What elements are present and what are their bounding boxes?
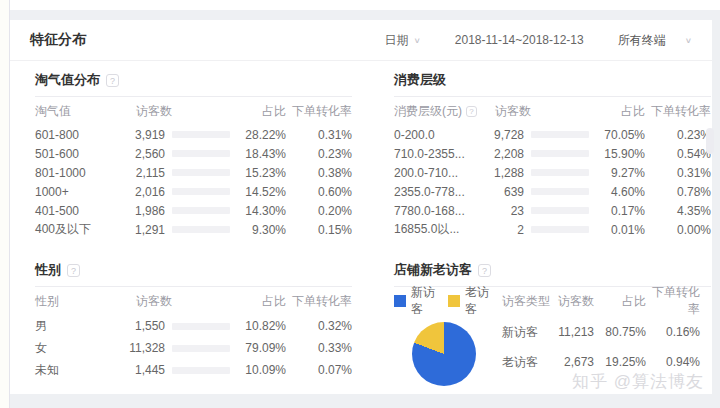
row-visitors: 639 bbox=[482, 185, 524, 199]
row-label: 200.0-710... bbox=[394, 166, 482, 180]
row-share: 0.01% bbox=[589, 223, 645, 237]
row-label: 2355.0-778... bbox=[394, 185, 482, 199]
table-row: 16855.0以... 2 0.01% 0.00% bbox=[394, 220, 711, 239]
help-icon[interactable]: ? bbox=[106, 74, 119, 87]
table-row: 女 11,328 79.09% 0.33% bbox=[35, 337, 352, 359]
pie-legend: 新访客 老访客 bbox=[394, 284, 502, 318]
table-row: 新访客 11,213 80.75% 0.16% bbox=[502, 317, 711, 347]
visitors-cell: 2,016 bbox=[123, 185, 230, 199]
row-visitors: 2,673 bbox=[550, 355, 594, 369]
left-rail-divider bbox=[0, 0, 10, 408]
row-visitors: 2,016 bbox=[123, 185, 165, 199]
visitors-cell: 3,919 bbox=[123, 128, 230, 142]
visitors-cell: 2,115 bbox=[123, 166, 230, 180]
row-visitors: 9,728 bbox=[482, 128, 524, 142]
table-row: 200.0-710... 1,288 9.27% 0.31% bbox=[394, 163, 711, 182]
visitors-cell: 23 bbox=[482, 204, 589, 218]
row-share: 4.60% bbox=[589, 185, 645, 199]
column-header: 下单转化率 bbox=[286, 293, 352, 310]
gender-table: 男 1,550 10.82% 0.32% 女 11,328 79.09% 0.3… bbox=[35, 315, 352, 381]
row-label: 未知 bbox=[35, 362, 123, 379]
bar-track bbox=[531, 131, 589, 138]
panel-title-row: 消费层级 bbox=[394, 73, 711, 87]
table-row: 未知 1,445 10.09% 0.07% bbox=[35, 359, 352, 381]
row-conversion: 0.23% bbox=[286, 147, 352, 161]
row-share: 28.22% bbox=[230, 128, 286, 142]
bar-track bbox=[172, 367, 230, 374]
legend-item-new[interactable]: 新访客 bbox=[394, 284, 436, 318]
row-conversion: 0.31% bbox=[645, 166, 711, 180]
visitors-cell: 639 bbox=[482, 185, 589, 199]
row-conversion: 0.00% bbox=[645, 223, 711, 237]
terminal-dropdown[interactable]: 所有终端 ∨ bbox=[618, 32, 692, 49]
top-card-edge bbox=[10, 0, 720, 10]
row-conversion: 0.15% bbox=[286, 223, 352, 237]
row-share: 80.75% bbox=[594, 325, 646, 339]
row-label: 401-500 bbox=[35, 204, 123, 218]
bar-track bbox=[531, 150, 589, 157]
row-label: 601-800 bbox=[35, 128, 123, 142]
table-row: 7780.0-168... 23 0.17% 4.35% bbox=[394, 201, 711, 220]
legend-item-old[interactable]: 老访客 bbox=[448, 284, 490, 318]
bar-track bbox=[172, 207, 230, 214]
visitors-cell: 1,550 bbox=[123, 319, 230, 333]
help-icon[interactable]: ? bbox=[67, 264, 80, 277]
column-header: 占比 bbox=[230, 103, 286, 120]
visitors-cell: 2,208 bbox=[482, 147, 589, 161]
help-icon[interactable]: ? bbox=[466, 106, 477, 117]
consumption-table: 0-200.0 9,728 70.05% 0.23% 710.0-2355...… bbox=[394, 125, 711, 239]
row-share: 18.43% bbox=[230, 147, 286, 161]
table-row: 710.0-2355... 2,208 15.90% 0.54% bbox=[394, 144, 711, 163]
row-label: 男 bbox=[35, 318, 123, 335]
column-header: 占比 bbox=[589, 103, 645, 120]
table-row: 400及以下 1,291 9.30% 0.15% bbox=[35, 220, 352, 239]
help-icon[interactable]: ? bbox=[478, 264, 491, 277]
table-header: 淘气值 访客数 占比 下单转化率 bbox=[35, 97, 352, 125]
date-range-value[interactable]: 2018-11-14~2018-12-13 bbox=[455, 33, 584, 47]
row-label: 0-200.0 bbox=[394, 128, 482, 142]
panel-title-row: 淘气值分布 ? bbox=[35, 73, 352, 87]
row-label: 7780.0-168... bbox=[394, 204, 482, 218]
row-label: 400及以下 bbox=[35, 221, 123, 238]
row-conversion: 0.60% bbox=[286, 185, 352, 199]
visitors-cell: 1,445 bbox=[123, 363, 230, 377]
bar-track bbox=[531, 226, 589, 233]
column-header: 下单转化率 bbox=[646, 284, 700, 318]
date-type-dropdown[interactable]: 日期 ∨ bbox=[384, 32, 420, 49]
bar-track bbox=[172, 323, 230, 330]
row-visitors: 1,291 bbox=[123, 223, 165, 237]
header-controls: 日期 ∨ 2018-11-14~2018-12-13 所有终端 ∨ bbox=[384, 32, 692, 49]
table-row: 0-200.0 9,728 70.05% 0.23% bbox=[394, 125, 711, 144]
bar-track bbox=[531, 207, 589, 214]
row-conversion: 0.31% bbox=[286, 128, 352, 142]
row-visitors: 2,115 bbox=[123, 166, 165, 180]
table-header: 访客类型 访客数 占比 下单转化率 bbox=[502, 284, 711, 318]
table-row: 801-1000 2,115 15.23% 0.38% bbox=[35, 163, 352, 182]
visitors-cell: 2 bbox=[482, 223, 589, 237]
table-header: 性别 访客数 占比 下单转化率 bbox=[35, 287, 352, 315]
table-row: 501-600 2,560 18.43% 0.23% bbox=[35, 144, 352, 163]
new-old-visitors-pie-chart[interactable] bbox=[412, 322, 476, 386]
column-header: 访客数 bbox=[550, 293, 594, 310]
row-conversion: 0.32% bbox=[286, 319, 352, 333]
table-row: 男 1,550 10.82% 0.32% bbox=[35, 315, 352, 337]
legend-label: 新访客 bbox=[411, 284, 436, 318]
chevron-down-icon: ∨ bbox=[413, 36, 420, 45]
column-header: 淘气值 bbox=[35, 103, 123, 120]
legend-swatch-old bbox=[448, 295, 460, 307]
column-header: 下单转化率 bbox=[286, 103, 352, 120]
row-share: 9.27% bbox=[589, 166, 645, 180]
panel-title: 淘气值分布 bbox=[35, 71, 100, 89]
row-visitors: 1,445 bbox=[123, 363, 165, 377]
row-visitors: 23 bbox=[482, 204, 524, 218]
scrollbar-thumb[interactable] bbox=[706, 128, 714, 154]
row-visitors: 2,208 bbox=[482, 147, 524, 161]
row-label: 16855.0以... bbox=[394, 221, 482, 238]
column-header: 访客数 bbox=[123, 103, 172, 120]
table-row: 601-800 3,919 28.22% 0.31% bbox=[35, 125, 352, 144]
row-share: 14.30% bbox=[230, 204, 286, 218]
row-share: 10.09% bbox=[230, 363, 286, 377]
row-conversion: 0.20% bbox=[286, 204, 352, 218]
row-visitors: 2 bbox=[482, 223, 524, 237]
row-type: 老访客 bbox=[502, 354, 550, 371]
